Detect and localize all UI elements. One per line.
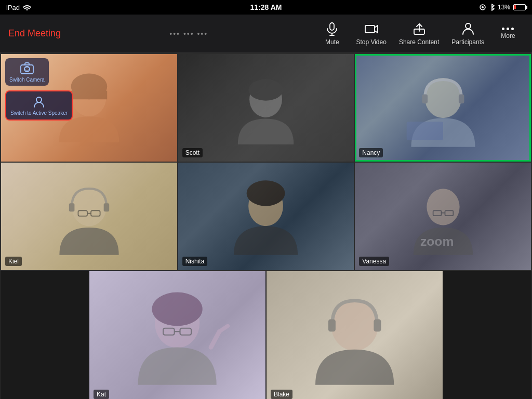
participants-label: Participants [451,38,484,46]
row3-spacer-left [1,271,88,399]
status-right: 13% [479,4,526,11]
camera-icon [364,22,379,36]
switch-camera-label: Switch Camera [9,77,45,83]
status-left: iPad [6,4,31,11]
svg-rect-3 [330,23,334,30]
switch-camera-button[interactable]: Switch Camera [5,58,49,86]
svg-rect-20 [459,94,464,103]
wifi-icon [23,4,31,10]
carrier-label: iPad [6,4,20,11]
time-display: 11:28 AM [250,3,282,11]
share-icon [412,22,427,36]
svg-text:zoom: zoom [420,234,454,248]
svg-rect-12 [71,90,108,99]
video-cell-kat: Kat [89,271,265,399]
video-cell-nancy: Nancy [355,54,531,162]
svg-rect-23 [69,204,75,212]
svg-point-29 [247,181,285,206]
svg-point-1 [482,6,484,8]
stop-video-label: Stop Video [356,38,387,46]
airdrop-icon [479,4,486,11]
video-nancy [355,54,531,162]
svg-rect-24 [103,204,109,212]
video-cell-blake: Blake [267,271,443,399]
row3-container: Kat Blake [1,271,531,399]
participants-icon [461,22,475,36]
svg-rect-44 [374,319,381,331]
nishita-label: Nishita [182,257,208,266]
vanessa-label: Vanessa [359,257,389,266]
more-button[interactable]: More [493,25,524,42]
video-cell-kiel: Kiel [1,163,177,270]
toolbar-actions: Mute Stop Video Share Content Pa [316,20,524,48]
status-bar: iPad 11:28 AM 13% [0,0,532,15]
svg-rect-21 [406,122,443,140]
kat-label: Kat [94,390,109,399]
switch-camera-icon [20,61,34,76]
microphone-icon [325,22,339,36]
more-label: More [501,32,515,39]
video-kiel [1,163,177,270]
end-meeting-button[interactable]: End Meeting [8,28,61,39]
svg-rect-6 [365,25,375,33]
svg-rect-43 [328,319,336,331]
switch-speaker-label: Switch to Active Speaker [10,110,68,116]
video-cell-nishita: Nishita [178,163,354,270]
row3-spacer-right [444,271,531,399]
video-blake [267,271,443,399]
share-content-label: Share Content [399,38,439,46]
video-cell-scott: Scott [178,54,354,162]
kiel-label: Kiel [5,257,22,266]
mute-label: Mute [325,38,339,46]
nancy-label: Nancy [359,148,383,157]
video-nishita [178,163,354,270]
video-vanessa: zoom [355,163,531,270]
svg-point-15 [36,97,42,102]
participants-button[interactable]: Participants [447,20,488,48]
share-content-button[interactable]: Share Content [395,20,443,48]
video-kat [89,271,265,399]
scott-label: Scott [182,148,203,157]
svg-line-41 [220,326,228,331]
video-grid: Switch Camera Switch to Active Speaker S… [0,53,532,399]
video-cell-self: Switch Camera Switch to Active Speaker [1,54,177,162]
blake-label: Blake [271,390,292,399]
toolbar: End Meeting ••• ••• ••• Mute Stop Video [0,15,532,53]
svg-point-9 [466,23,471,29]
switch-speaker-button[interactable]: Switch to Active Speaker [5,90,73,121]
battery-percent: 13% [498,4,510,11]
video-scott [178,54,354,162]
switch-speaker-icon [32,95,46,109]
mute-button[interactable]: Mute [316,20,348,48]
stop-video-button[interactable]: Stop Video [352,20,391,48]
svg-point-30 [427,189,459,225]
svg-point-36 [152,292,203,326]
svg-rect-19 [422,94,428,103]
meeting-id: ••• ••• ••• [169,30,208,38]
video-cell-vanessa: zoom Vanessa [355,163,531,270]
svg-point-17 [249,79,283,100]
bluetooth-icon [489,4,495,11]
svg-line-40 [211,331,219,347]
more-dots-icon [502,28,514,30]
battery-icon [513,4,526,10]
